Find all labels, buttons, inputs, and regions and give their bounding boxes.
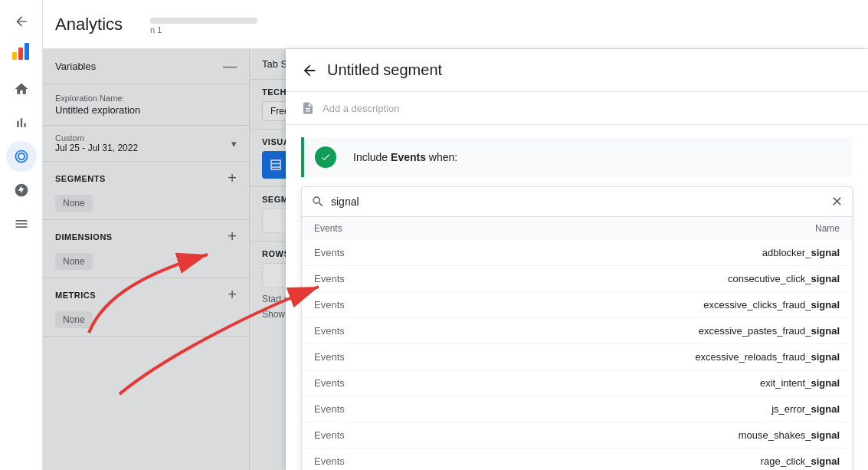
search-box: ✕ xyxy=(302,187,852,217)
search-dropdown: ✕ Events Name Events adblocker_signal xyxy=(301,186,853,470)
include-dot xyxy=(315,146,336,168)
svg-rect-1 xyxy=(18,48,23,60)
result-2-name: consecutive_click_signal xyxy=(728,273,840,284)
nav-ads[interactable] xyxy=(6,175,37,205)
result-4-name: excessive_pastes_fraud_signal xyxy=(699,325,840,337)
search-results: Events Name Events adblocker_signal Even… xyxy=(302,217,852,470)
result-5-category: Events xyxy=(314,351,345,363)
segment-description[interactable]: Add a description xyxy=(286,92,868,125)
result-6-category: Events xyxy=(314,377,345,389)
svg-rect-2 xyxy=(25,43,29,60)
result-5-name: excessive_reloads_fraud_signal xyxy=(695,351,840,363)
include-bar-content: Include Events when: xyxy=(304,137,468,177)
nav-home[interactable] xyxy=(6,74,37,104)
result-row-2[interactable]: Events consecutive_click_signal xyxy=(302,266,852,292)
result-row-5[interactable]: Events excessive_reloads_fraud_signal xyxy=(302,344,852,370)
result-row-4[interactable]: Events excessive_pastes_fraud_signal xyxy=(302,318,852,344)
analytics-logo xyxy=(11,40,32,61)
result-row-9[interactable]: Events rage_click_signal xyxy=(302,449,852,470)
main-content: Variables — Exploration Name: Untitled e… xyxy=(43,49,868,470)
description-placeholder: Add a description xyxy=(323,103,399,114)
include-prefix: Include xyxy=(353,151,391,163)
segment-back-button[interactable] xyxy=(301,62,318,79)
include-events-bar: Include Events when: xyxy=(301,137,853,177)
segment-body: Include Events when: ✕ xyxy=(286,125,868,470)
segment-header: Untitled segment xyxy=(286,49,868,92)
search-close-button[interactable]: ✕ xyxy=(831,193,843,210)
result-3-category: Events xyxy=(314,299,345,311)
result-row-3[interactable]: Events excessive_clicks_fraud_signal xyxy=(302,292,852,318)
result-8-category: Events xyxy=(314,429,345,441)
top-header: Analytics n 1 xyxy=(43,0,868,49)
nav-reports[interactable] xyxy=(6,107,37,138)
property-label: n 1 xyxy=(150,25,257,35)
result-1-name: adblocker_signal xyxy=(762,247,840,258)
app-title: Analytics xyxy=(55,15,123,35)
segment-modal-overlay: Untitled segment Add a description Inclu… xyxy=(43,49,868,470)
result-8-name: mouse_shakes_signal xyxy=(739,429,840,441)
search-container: ✕ Events Name Events adblocker_signal xyxy=(286,186,868,470)
nav-sidebar xyxy=(0,0,43,470)
svg-rect-0 xyxy=(12,52,17,60)
nav-back-button[interactable] xyxy=(6,6,37,37)
result-7-category: Events xyxy=(314,403,345,415)
account-bar xyxy=(150,18,257,24)
result-9-category: Events xyxy=(314,455,345,467)
col-name-header: Name xyxy=(815,223,840,234)
result-2-category: Events xyxy=(314,273,345,284)
result-1-category: Events xyxy=(314,247,345,258)
nav-explore[interactable] xyxy=(6,141,37,172)
search-icon xyxy=(311,195,325,209)
result-9-name: rage_click_signal xyxy=(761,455,840,467)
search-results-header: Events Name xyxy=(302,217,852,240)
result-row-1[interactable]: Events adblocker_signal xyxy=(302,240,852,266)
segment-title: Untitled segment xyxy=(327,61,442,79)
segment-panel: Untitled segment Add a description Inclu… xyxy=(286,49,868,470)
result-4-category: Events xyxy=(314,325,345,337)
result-row-6[interactable]: Events exit_intent_signal xyxy=(302,370,852,396)
include-suffix: when: xyxy=(426,151,457,163)
include-text: Include Events when: xyxy=(353,151,457,163)
nav-configure[interactable] xyxy=(6,209,37,239)
include-events-word: Events xyxy=(391,151,426,163)
account-selector[interactable]: n 1 xyxy=(150,15,257,35)
result-6-name: exit_intent_signal xyxy=(760,377,840,389)
col-category-header: Events xyxy=(314,223,342,234)
result-3-name: excessive_clicks_fraud_signal xyxy=(703,299,840,311)
result-row-7[interactable]: Events js_error_signal xyxy=(302,396,852,422)
search-input[interactable] xyxy=(331,196,825,208)
result-7-name: js_error_signal xyxy=(771,403,840,415)
result-row-8[interactable]: Events mouse_shakes_signal xyxy=(302,422,852,449)
